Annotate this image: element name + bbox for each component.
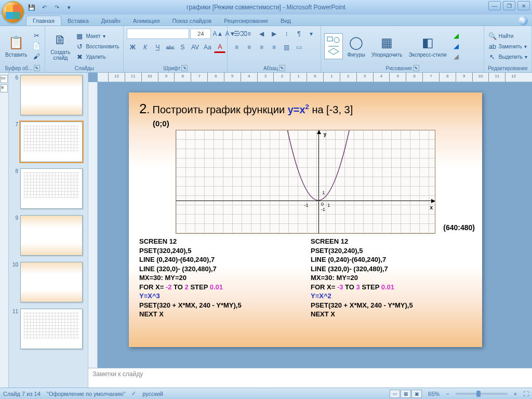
thumbnail-6[interactable]: 6 <box>11 75 86 115</box>
align-justify-button[interactable]: ≡ <box>268 42 280 53</box>
zoom-slider[interactable] <box>456 393 508 395</box>
help-icon[interactable]: ? <box>518 16 528 25</box>
zoom-in-button[interactable]: + <box>514 391 517 397</box>
font-family-select[interactable] <box>127 29 189 39</box>
tab-slideshow[interactable]: Показ слайдов <box>166 16 218 25</box>
reset-button[interactable]: ↺Восстановить <box>74 42 120 51</box>
line-spacing-button[interactable]: ↕ <box>281 28 292 39</box>
horizontal-ruler[interactable]: 1211109876543210123456789101112 <box>98 73 532 82</box>
spacing-button[interactable]: AV <box>189 42 201 53</box>
new-slide-button[interactable]: 🗎 Создать слайд <box>48 31 72 62</box>
strike-button[interactable]: abc <box>164 42 176 53</box>
paste-button[interactable]: 📋 Вставить <box>3 33 29 59</box>
format-painter-button[interactable]: 🖌 <box>31 52 42 61</box>
para-launcher[interactable]: ⬊ <box>279 65 285 71</box>
thumbnail-11[interactable]: 11 <box>11 309 86 349</box>
theme-name: "Оформление по умолчанию" <box>47 391 126 397</box>
layout-icon: ▦ <box>75 32 84 40</box>
paste-label: Вставить <box>5 52 27 58</box>
select-button[interactable]: ↖Выделить ▾ <box>487 52 528 61</box>
italic-button[interactable]: К <box>139 42 151 53</box>
thumbnail-8[interactable]: 8 <box>11 168 86 209</box>
undo-icon[interactable]: ↶ <box>39 3 49 12</box>
font-size-select[interactable] <box>190 29 211 39</box>
office-button[interactable] <box>2 1 24 23</box>
align-center-button[interactable]: ≡ <box>243 42 255 53</box>
vertical-ruler[interactable] <box>88 82 98 368</box>
language-status[interactable]: русский <box>142 391 163 397</box>
grow-font-button[interactable]: A▲ <box>212 28 223 39</box>
slides-tab-icon[interactable]: ▭ <box>1 75 8 83</box>
zoom-out-button[interactable]: − <box>446 391 449 397</box>
thumb-preview <box>20 215 83 256</box>
save-icon[interactable]: 💾 <box>27 3 36 12</box>
tab-insert[interactable]: Вставка <box>61 16 95 25</box>
slide-title[interactable]: 2. Построить график функции y=x2 на [-3,… <box>139 101 472 117</box>
dec-indent-button[interactable]: ◀ <box>256 28 267 39</box>
tab-animation[interactable]: Анимация <box>127 16 166 25</box>
fit-window-button[interactable]: ⛶ <box>523 391 529 397</box>
spell-check-icon[interactable]: ✓ <box>131 390 136 397</box>
close-button[interactable]: ✕ <box>517 1 530 10</box>
thumb-num: 11 <box>11 309 18 349</box>
slide-canvas[interactable]: 2. Построить график функции y=x2 на [-3,… <box>98 82 532 368</box>
shapes-gallery[interactable] <box>324 33 343 59</box>
quick-styles-button[interactable]: ◧ Экспресс-стили <box>406 33 448 59</box>
copy-button[interactable]: 📄 <box>31 42 42 51</box>
columns-button[interactable]: ▥ <box>281 42 292 53</box>
shape-outline-button[interactable]: ◢ <box>451 42 461 51</box>
slide[interactable]: 2. Построить график функции y=x2 на [-3,… <box>129 92 482 347</box>
replace-button[interactable]: abЗаменить ▾ <box>487 42 528 51</box>
text-direction-button[interactable]: ¶ <box>293 28 304 39</box>
tab-home[interactable]: Главная <box>26 16 61 25</box>
zoom-thumb[interactable] <box>476 391 481 397</box>
shadow-button[interactable]: S <box>177 42 188 53</box>
qat-customize-icon[interactable]: ▾ <box>64 3 74 12</box>
sorter-view-button[interactable]: ▦ <box>401 390 411 398</box>
shape-effects-button[interactable]: ◢ <box>451 52 461 61</box>
inc-indent-button[interactable]: ▶ <box>268 28 280 39</box>
shapes-button[interactable]: ◯ Фигуры <box>345 33 367 59</box>
font-launcher[interactable]: ⬊ <box>181 65 188 71</box>
thumbnail-7[interactable]: 7 <box>11 122 86 162</box>
arrange-button[interactable]: ▦ Упорядочить <box>369 33 405 59</box>
align-text-button[interactable]: ▾ <box>305 28 317 39</box>
slideshow-view-button[interactable]: ▣ <box>411 390 422 398</box>
notes-pane[interactable]: Заметки к слайду <box>88 368 532 388</box>
bullets-button[interactable]: ☰ <box>231 28 242 39</box>
outline-tab-icon[interactable]: ≡ <box>1 84 8 92</box>
tab-review[interactable]: Рецензирование <box>218 16 274 25</box>
replace-icon: ab <box>488 42 497 50</box>
underline-button[interactable]: Ч <box>152 42 163 53</box>
zoom-level[interactable]: 65% <box>428 391 440 397</box>
minimize-button[interactable]: — <box>488 1 501 10</box>
case-button[interactable]: Aa <box>202 42 213 53</box>
align-left-button[interactable]: ≡ <box>231 42 242 53</box>
view-buttons: ▭ ▦ ▣ <box>390 390 422 398</box>
bold-button[interactable]: Ж <box>127 42 138 53</box>
thumbnail-10[interactable]: 10 <box>11 262 86 302</box>
redo-icon[interactable]: ↷ <box>52 3 61 12</box>
quick-access-toolbar: 💾 ↶ ↷ ▾ <box>27 3 74 12</box>
draw-launcher[interactable]: ⬊ <box>413 65 419 71</box>
find-button[interactable]: 🔍Найти <box>487 31 528 41</box>
group-slides-label: Слайды <box>48 64 120 71</box>
thumbnail-pane[interactable]: 6 7 8 9 10 11 <box>9 73 88 388</box>
font-color-button[interactable]: A <box>214 42 225 53</box>
thumbnail-9[interactable]: 9 <box>11 215 86 256</box>
reset-label: Восстановить <box>86 44 119 49</box>
layout-label: Макет <box>86 33 100 39</box>
delete-slide-button[interactable]: ✖Удалить <box>74 52 120 61</box>
convert-smartart-button[interactable]: ▭ <box>293 42 304 53</box>
align-right-button[interactable]: ≡ <box>256 42 267 53</box>
code-columns[interactable]: SCREEN 12 PSET(320,240),5 LINE (0,240)-(… <box>139 237 472 319</box>
tab-design[interactable]: Дизайн <box>95 16 127 25</box>
cut-button[interactable]: ✂ <box>31 31 42 41</box>
clipboard-launcher[interactable]: ⬊ <box>34 65 40 71</box>
tab-view[interactable]: Вид <box>274 16 297 25</box>
shape-fill-button[interactable]: ◢ <box>451 31 461 41</box>
layout-button[interactable]: ▦Макет ▾ <box>74 31 120 41</box>
normal-view-button[interactable]: ▭ <box>390 390 400 398</box>
numbering-button[interactable]: ≡ <box>243 28 255 39</box>
maximize-button[interactable]: ❐ <box>503 1 515 10</box>
